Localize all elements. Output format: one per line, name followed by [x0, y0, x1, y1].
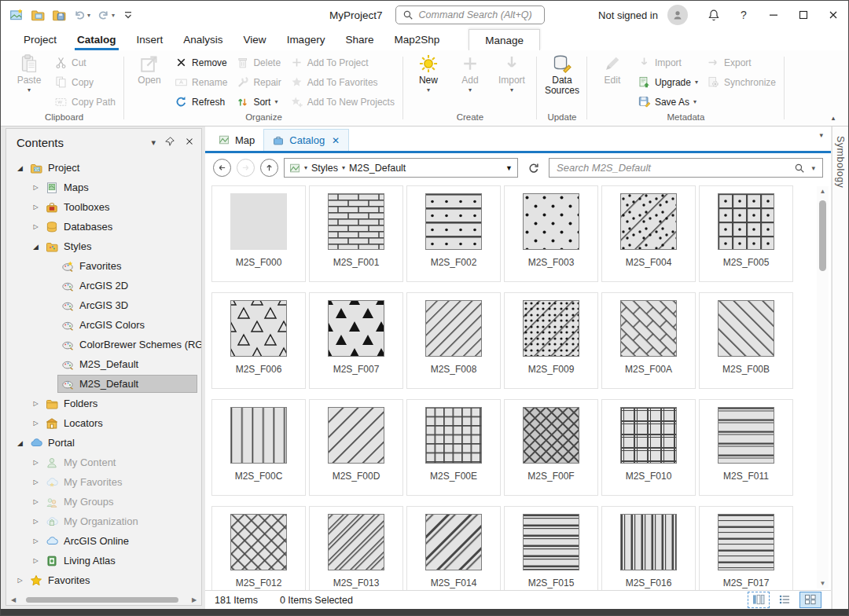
ribbon-button-export[interactable]: Export — [704, 53, 779, 72]
ribbon-tab-share[interactable]: Share — [335, 29, 384, 50]
style-tile-m2s-f017[interactable]: M2S_F017 — [699, 506, 793, 590]
scroll-right-icon[interactable]: ▶ — [189, 596, 199, 603]
new-project-button[interactable] — [7, 5, 26, 25]
style-tile-m2s-f00e[interactable]: M2S_F00E — [406, 399, 501, 496]
style-tile-m2s-f008[interactable]: M2S_F008 — [406, 292, 501, 389]
expand-arrow-icon[interactable]: ▷ — [30, 459, 42, 466]
scroll-up-icon[interactable]: ▲ — [820, 186, 826, 196]
location-context-label[interactable]: Styles — [311, 163, 338, 174]
ribbon-button-new[interactable]: New▾ — [409, 51, 448, 112]
tree-item-styles[interactable]: ◢Styles — [6, 236, 201, 256]
expand-arrow-icon[interactable]: ▷ — [30, 478, 42, 486]
ribbon-button-data-sources[interactable]: Data Sources — [542, 51, 582, 112]
contents-close-icon[interactable] — [184, 136, 195, 148]
save-project-button[interactable] — [50, 5, 68, 25]
maximize-button[interactable] — [788, 1, 818, 29]
tree-item-project[interactable]: ◢Project — [6, 158, 201, 178]
tree-item-databases[interactable]: ▷Databases — [6, 217, 201, 236]
tree-item-my-content[interactable]: ▷My Content — [6, 453, 201, 472]
expand-arrow-icon[interactable]: ▷ — [30, 400, 42, 407]
style-tile-m2s-f00f[interactable]: M2S_F00F — [504, 399, 598, 496]
contents-menu-chevron-icon[interactable]: ▾ — [151, 138, 156, 148]
tree-item-my-groups[interactable]: ▷My Groups — [6, 492, 201, 512]
grid-vertical-scrollbar[interactable]: ▲ ▼ — [817, 186, 829, 588]
back-button[interactable] — [213, 159, 231, 177]
style-tile-m2s-f000[interactable]: M2S_F000 — [211, 185, 306, 282]
ribbon-tab-manage[interactable]: Manage — [469, 29, 540, 50]
search-options-chevron-icon[interactable]: ▾ — [811, 164, 815, 172]
ribbon-button-refresh[interactable]: Refresh — [171, 92, 230, 112]
help-button[interactable]: ? — [729, 1, 759, 29]
ribbon-button-copy-path[interactable]: Copy Path — [51, 92, 119, 112]
ribbon-button-add-to-new-projects[interactable]: Add To New Projects — [287, 92, 398, 112]
location-dropdown-icon[interactable]: ▼ — [505, 164, 513, 172]
collapse-arrow-icon[interactable]: ◢ — [30, 243, 42, 251]
location-path-value[interactable]: M2S_Default — [349, 163, 406, 174]
ribbon-button-save-as[interactable]: Save As▾ — [634, 92, 701, 112]
expand-arrow-icon[interactable]: ▷ — [30, 498, 42, 505]
sign-in-status[interactable]: Not signed in — [598, 9, 658, 21]
symbology-pane-tab[interactable]: Symbology — [832, 126, 848, 609]
ribbon-button-open[interactable]: Open — [130, 51, 169, 112]
style-tile-m2s-f006[interactable]: M2S_F006 — [211, 292, 306, 389]
style-tile-m2s-f00d[interactable]: M2S_F00D — [309, 399, 403, 496]
pin-icon[interactable] — [164, 136, 175, 148]
ribbon-button-sort[interactable]: Sort▾ — [233, 92, 284, 112]
ribbon-button-paste[interactable]: Paste▾ — [9, 51, 49, 112]
ribbon-tab-analysis[interactable]: Analysis — [173, 29, 233, 50]
style-tile-m2s-f00a[interactable]: M2S_F00A — [601, 292, 696, 389]
tree-item-m2s-default[interactable]: M2S_Default — [6, 354, 201, 374]
catalog-search-input[interactable]: Search M2S_Default ▾ — [549, 158, 823, 178]
styles-chevron-icon[interactable]: ▾ — [342, 164, 345, 171]
ribbon-button-import[interactable]: Import — [634, 53, 701, 72]
expand-arrow-icon[interactable]: ▷ — [30, 420, 42, 427]
ribbon-button-upgrade[interactable]: Upgrade▾ — [634, 72, 701, 92]
contents-horizontal-scrollbar[interactable]: ◀ ▶ — [6, 594, 201, 605]
expand-arrow-icon[interactable]: ▷ — [30, 557, 42, 564]
thumbnail-view-button[interactable] — [799, 592, 821, 608]
minimize-button[interactable] — [759, 1, 788, 29]
ribbon-tab-insert[interactable]: Insert — [127, 29, 174, 50]
account-button[interactable] — [667, 5, 688, 25]
tree-item-my-favorites[interactable]: ▷My Favorites — [6, 472, 201, 492]
search-icon[interactable] — [794, 163, 805, 174]
ribbon-button-copy[interactable]: Copy — [51, 72, 119, 92]
style-tile-m2s-f004[interactable]: M2S_F004 — [601, 185, 696, 282]
command-search-input[interactable]: Command Search (Alt+Q) — [395, 6, 545, 24]
view-tab-catalog[interactable]: Catalog✕ — [263, 129, 349, 151]
ribbon-button-synchronize[interactable]: Synchronize — [704, 72, 779, 92]
tree-item-maps[interactable]: ▷Maps — [6, 178, 201, 197]
ribbon-button-repair[interactable]: Repair — [233, 72, 284, 92]
expand-arrow-icon[interactable]: ▷ — [30, 537, 42, 544]
ribbon-button-rename[interactable]: Rename — [171, 72, 230, 92]
tree-item-living-atlas[interactable]: ▷Living Atlas — [6, 551, 201, 570]
style-tile-m2s-f009[interactable]: M2S_F009 — [504, 292, 598, 389]
ribbon-button-cut[interactable]: Cut — [51, 53, 119, 72]
open-project-button[interactable] — [28, 5, 47, 25]
expand-arrow-icon[interactable]: ▷ — [30, 223, 42, 230]
expand-arrow-icon[interactable]: ▷ — [14, 577, 26, 584]
expand-arrow-icon[interactable]: ▷ — [30, 184, 42, 191]
location-combobox[interactable]: ▾ Styles ▾ M2S_Default ▼ — [284, 158, 518, 178]
style-tile-m2s-f011[interactable]: M2S_F011 — [699, 399, 793, 496]
style-tile-m2s-f015[interactable]: M2S_F015 — [504, 506, 598, 590]
style-tile-m2s-f00b[interactable]: M2S_F00B — [699, 292, 793, 389]
tree-item-locators[interactable]: ▷Locators — [6, 413, 201, 433]
scrollbar-thumb[interactable] — [819, 200, 826, 271]
ribbon-button-add-to-project[interactable]: Add To Project — [287, 53, 398, 72]
ribbon-button-edit[interactable]: Edit — [593, 51, 632, 112]
customize-quick-access-button[interactable] — [119, 5, 137, 25]
undo-menu-chevron-icon[interactable]: ▾ — [87, 12, 90, 19]
context-chevron-icon[interactable]: ▾ — [304, 164, 307, 171]
tree-item-arcgis-3d[interactable]: ArcGIS 3D — [6, 295, 201, 315]
forward-button[interactable] — [237, 159, 255, 177]
up-button[interactable] — [260, 159, 278, 177]
redo-button[interactable]: ▾ — [95, 5, 117, 25]
tree-item-m2s-default[interactable]: M2S_Default — [6, 374, 201, 394]
scroll-left-icon[interactable]: ◀ — [9, 596, 18, 603]
tree-item-toolboxes[interactable]: ▷Toolboxes — [6, 197, 201, 217]
tree-item-arcgis-2d[interactable]: ArcGIS 2D — [6, 276, 201, 295]
redo-menu-chevron-icon[interactable]: ▾ — [112, 12, 115, 19]
close-tab-icon[interactable]: ✕ — [332, 135, 340, 146]
ribbon-tab-catalog[interactable]: Catalog — [67, 29, 127, 50]
